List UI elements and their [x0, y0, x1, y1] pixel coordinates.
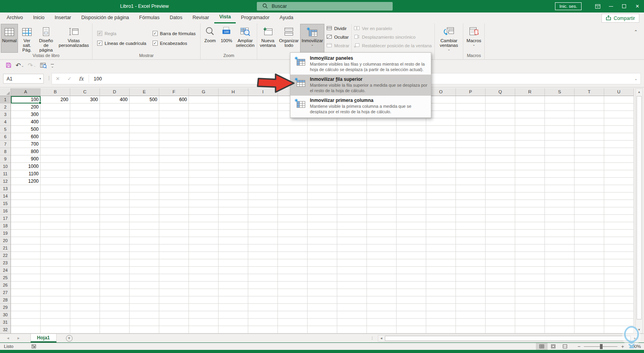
cell-e8[interactable] — [130, 148, 159, 155]
column-header-s[interactable]: S — [545, 88, 575, 96]
cell-q11[interactable] — [486, 170, 515, 178]
cell-d26[interactable] — [100, 282, 130, 289]
cell-c2[interactable] — [70, 103, 100, 111]
cell-c17[interactable] — [70, 215, 100, 222]
cell-n8[interactable] — [397, 148, 426, 155]
cell-l7[interactable] — [337, 141, 367, 148]
cell-b21[interactable] — [41, 244, 70, 252]
view-normal-button[interactable] — [536, 343, 548, 350]
cell-a20[interactable] — [11, 237, 41, 244]
cell-k21[interactable] — [308, 244, 337, 252]
cell-c9[interactable] — [70, 155, 100, 163]
cell-b26[interactable] — [41, 282, 70, 289]
cell-q17[interactable] — [486, 215, 515, 222]
cell-u24[interactable] — [604, 267, 634, 274]
cell-t14[interactable] — [575, 193, 604, 200]
cell-p22[interactable] — [456, 252, 486, 259]
cell-g18[interactable] — [189, 222, 219, 230]
cell-k10[interactable] — [308, 163, 337, 170]
cell-c23[interactable] — [70, 259, 100, 267]
cell-l28[interactable] — [337, 296, 367, 304]
cell-d30[interactable] — [100, 311, 130, 319]
cell-l18[interactable] — [337, 222, 367, 230]
cell-f2[interactable] — [159, 103, 189, 111]
cell-j10[interactable] — [278, 163, 308, 170]
cell-b15[interactable] — [41, 200, 70, 207]
cell-m21[interactable] — [367, 244, 397, 252]
cell-j8[interactable] — [278, 148, 308, 155]
cell-o24[interactable] — [426, 267, 456, 274]
cell-g30[interactable] — [189, 311, 219, 319]
tab-formulas[interactable]: Fórmulas — [134, 12, 165, 23]
cell-n7[interactable] — [397, 141, 426, 148]
cell-n20[interactable] — [397, 237, 426, 244]
cell-o29[interactable] — [426, 304, 456, 311]
cell-p20[interactable] — [456, 237, 486, 244]
cell-i30[interactable] — [248, 311, 278, 319]
cell-j25[interactable] — [278, 274, 308, 282]
cell-n5[interactable] — [397, 126, 426, 133]
cell-e25[interactable] — [130, 274, 159, 282]
cell-g10[interactable] — [189, 163, 219, 170]
cell-d25[interactable] — [100, 274, 130, 282]
cell-a21[interactable] — [11, 244, 41, 252]
cell-e11[interactable] — [130, 170, 159, 178]
cell-f22[interactable] — [159, 252, 189, 259]
cell-b23[interactable] — [41, 259, 70, 267]
cell-d18[interactable] — [100, 222, 130, 230]
tab-ayuda[interactable]: Ayuda — [274, 12, 298, 23]
cell-q4[interactable] — [486, 118, 515, 126]
sign-in-button[interactable]: Inic. ses. — [555, 2, 582, 10]
cell-a26[interactable] — [11, 282, 41, 289]
cell-t13[interactable] — [575, 185, 604, 193]
sheet-tab-hoja1[interactable]: Hoja1 — [30, 334, 57, 342]
cell-e30[interactable] — [130, 311, 159, 319]
cell-r12[interactable] — [515, 178, 545, 185]
cell-d17[interactable] — [100, 215, 130, 222]
cell-f32[interactable] — [159, 326, 189, 333]
row-header-32[interactable]: 32 — [0, 326, 11, 333]
cell-f26[interactable] — [159, 282, 189, 289]
cell-u30[interactable] — [604, 311, 634, 319]
cell-t16[interactable] — [575, 207, 604, 215]
cell-e22[interactable] — [130, 252, 159, 259]
cell-r24[interactable] — [515, 267, 545, 274]
cell-l30[interactable] — [337, 311, 367, 319]
cell-h32[interactable] — [219, 326, 248, 333]
cell-u17[interactable] — [604, 215, 634, 222]
zoom-out-button[interactable]: − — [578, 344, 581, 349]
cell-g31[interactable] — [189, 319, 219, 326]
cell-m23[interactable] — [367, 259, 397, 267]
cell-s27[interactable] — [545, 289, 575, 296]
cell-a25[interactable] — [11, 274, 41, 282]
cell-e13[interactable] — [130, 185, 159, 193]
cell-j21[interactable] — [278, 244, 308, 252]
cell-a7[interactable]: 700 — [11, 141, 41, 148]
cell-p21[interactable] — [456, 244, 486, 252]
cell-o30[interactable] — [426, 311, 456, 319]
cell-h24[interactable] — [219, 267, 248, 274]
cell-p9[interactable] — [456, 155, 486, 163]
cell-k27[interactable] — [308, 289, 337, 296]
cell-p10[interactable] — [456, 163, 486, 170]
share-button[interactable]: Compartir — [601, 14, 639, 23]
cell-u20[interactable] — [604, 237, 634, 244]
cell-s13[interactable] — [545, 185, 575, 193]
cell-m25[interactable] — [367, 274, 397, 282]
cell-r4[interactable] — [515, 118, 545, 126]
cell-u25[interactable] — [604, 274, 634, 282]
tab-disposicion-de-pagina[interactable]: Disposición de página — [76, 12, 134, 23]
cell-b24[interactable] — [41, 267, 70, 274]
cell-j23[interactable] — [278, 259, 308, 267]
cell-s5[interactable] — [545, 126, 575, 133]
cell-l11[interactable] — [337, 170, 367, 178]
cell-k31[interactable] — [308, 319, 337, 326]
cell-s24[interactable] — [545, 267, 575, 274]
cell-f29[interactable] — [159, 304, 189, 311]
cell-q25[interactable] — [486, 274, 515, 282]
cell-b29[interactable] — [41, 304, 70, 311]
cell-k11[interactable] — [308, 170, 337, 178]
cell-q16[interactable] — [486, 207, 515, 215]
cell-j20[interactable] — [278, 237, 308, 244]
row-header-16[interactable]: 16 — [0, 207, 11, 215]
